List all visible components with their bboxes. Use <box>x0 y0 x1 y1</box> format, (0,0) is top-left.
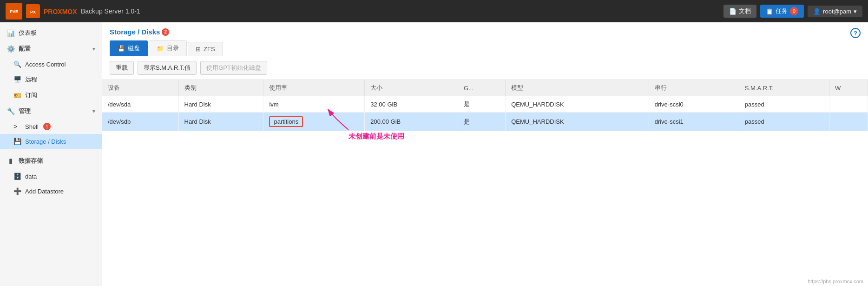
cell-w <box>829 96 868 113</box>
tabs: 💾 磁盘 📁 目录 ⊞ ZFS <box>110 40 861 56</box>
data-storage-icon: ▮ <box>7 157 15 165</box>
main-layout: 📊 仪表板 ⚙️ 配置 ▾ 🔍 Access Control 🖥️ 远程 🎫 订… <box>0 22 868 286</box>
access-control-icon: 🔍 <box>13 60 21 68</box>
app-title: Backup Server 1.0-1 <box>81 7 140 15</box>
annotation-text: 未创建前是未使用 <box>349 132 404 141</box>
tab-disks[interactable]: 💾 磁盘 <box>110 40 148 56</box>
tab-zfs-label: ZFS <box>204 46 215 53</box>
zfs-tab-icon: ⊞ <box>196 46 201 53</box>
dir-tab-icon: 📁 <box>157 45 164 52</box>
sidebar-label-config: 配置 <box>19 45 31 53</box>
tab-zfs[interactable]: ⊞ ZFS <box>188 42 223 56</box>
cell-usage: partitions <box>263 113 365 131</box>
sidebar-label-manage: 管理 <box>19 107 31 115</box>
cell-g: 是 <box>458 113 505 131</box>
tab-directory[interactable]: 📁 目录 <box>149 40 187 56</box>
cell-g: 是 <box>458 96 505 113</box>
cell-type: Hard Disk <box>178 113 263 131</box>
sidebar-divider <box>5 151 97 151</box>
content-area: Storage / Disks 2 💾 磁盘 📁 目录 ⊞ ZFS ? <box>102 22 868 286</box>
disk-tab-icon: 💾 <box>118 45 125 52</box>
sidebar-label-remote: 远程 <box>25 75 37 84</box>
doc-icon: 📄 <box>729 8 736 15</box>
sidebar-label-storage-disks: Storage / Disks <box>25 138 66 145</box>
user-icon: 👤 <box>813 8 821 15</box>
col-usage: 使用率 <box>263 80 365 96</box>
header-actions: 📄 文档 📋 任务 0 👤 root@pam ▾ <box>723 5 862 18</box>
sidebar-item-dashboard[interactable]: 📊 仪表板 <box>0 25 102 41</box>
gpt-button[interactable]: 使用GPT初始化磁盘 <box>200 61 267 75</box>
cell-device: /dev/sda <box>102 96 178 113</box>
cell-smart: passed <box>739 113 829 131</box>
col-serial: 串行 <box>649 80 739 96</box>
cell-device: /dev/sdb <box>102 113 178 131</box>
col-smart: S.M.A.R.T. <box>739 80 829 96</box>
sidebar-item-storage-disks[interactable]: 💾 Storage / Disks <box>0 134 102 149</box>
table-row[interactable]: /dev/sda Hard Disk lvm 32.00 GiB 是 QEMU_… <box>102 96 868 113</box>
proxmox-wordmark-icon: PX PROXMOX <box>26 4 77 18</box>
col-w: W <box>829 80 868 96</box>
table-header-row: 设备 类别 使用率 大小 G... 模型 串行 S.M.A.R.T. W <box>102 80 868 96</box>
chevron-down-icon-manage: ▾ <box>92 108 95 114</box>
data-icon: 🗄️ <box>13 173 21 180</box>
col-g: G... <box>458 80 505 96</box>
sidebar-item-config[interactable]: ⚙️ 配置 ▾ <box>0 41 102 57</box>
sidebar-label-dashboard: 仪表板 <box>19 29 37 37</box>
sidebar-label-add-datastore: Add Datastore <box>25 188 64 195</box>
sidebar-item-manage[interactable]: 🔧 管理 ▾ <box>0 103 102 119</box>
smart-button-label: 显示S.M.A.R.T.值 <box>144 64 191 71</box>
col-type: 类别 <box>178 80 263 96</box>
subscription-icon: 🎫 <box>13 92 21 99</box>
task-icon: 📋 <box>766 8 773 15</box>
cell-serial: drive-scsi1 <box>649 113 739 131</box>
proxmox-logo-icon: PVE <box>6 3 22 20</box>
manage-icon: 🔧 <box>7 107 15 115</box>
help-icon[interactable]: ? <box>850 28 861 38</box>
col-model: 模型 <box>506 80 649 96</box>
task-badge: 0 <box>790 7 798 15</box>
sidebar-label-shell: Shell <box>25 123 39 130</box>
breadcrumb-badge: 2 <box>162 28 169 36</box>
smart-button[interactable]: 显示S.M.A.R.T.值 <box>138 61 197 75</box>
cell-serial: drive-scsi0 <box>649 96 739 113</box>
cell-usage: lvm <box>263 96 365 113</box>
cell-smart: passed <box>739 96 829 113</box>
user-button[interactable]: 👤 root@pam ▾ <box>808 6 862 17</box>
storage-disks-icon: 💾 <box>13 138 21 145</box>
sidebar-item-shell[interactable]: >_ Shell 1 <box>0 119 102 134</box>
table-container: 设备 类别 使用率 大小 G... 模型 串行 S.M.A.R.T. W /de… <box>102 80 868 286</box>
partitions-badge: partitions <box>269 116 303 127</box>
sidebar-item-add-datastore[interactable]: ➕ Add Datastore <box>0 184 102 199</box>
sidebar-item-data-storage: ▮ 数据存储 <box>0 153 102 169</box>
gpt-button-label: 使用GPT初始化磁盘 <box>206 64 261 71</box>
chevron-down-icon: ▾ <box>854 8 857 15</box>
breadcrumb-text: Storage / Disks <box>110 28 160 36</box>
reload-button-label: 重载 <box>116 64 128 71</box>
tab-directory-label: 目录 <box>167 44 179 53</box>
cell-w <box>829 113 868 131</box>
logo: PVE PX PROXMOX <box>6 3 77 20</box>
col-size: 大小 <box>365 80 458 96</box>
chevron-down-icon: ▾ <box>92 46 95 52</box>
sidebar-label-data: data <box>25 173 37 180</box>
question-mark-icon: ? <box>854 30 857 37</box>
tab-disks-label: 磁盘 <box>128 44 140 53</box>
svg-text:PX: PX <box>30 10 36 14</box>
sidebar-item-access-control[interactable]: 🔍 Access Control <box>0 57 102 72</box>
sidebar-item-remote[interactable]: 🖥️ 远程 <box>0 72 102 87</box>
svg-text:PROXMOX: PROXMOX <box>44 8 77 15</box>
reload-button[interactable]: 重载 <box>110 61 134 75</box>
sidebar-item-data[interactable]: 🗄️ data <box>0 169 102 184</box>
svg-text:PVE: PVE <box>10 9 18 14</box>
add-icon: ➕ <box>13 187 21 195</box>
cell-size: 32.00 GiB <box>365 96 458 113</box>
sidebar-label-access-control: Access Control <box>25 61 66 68</box>
shell-icon: >_ <box>13 123 21 130</box>
disks-table: 设备 类别 使用率 大小 G... 模型 串行 S.M.A.R.T. W /de… <box>102 80 868 131</box>
table-row[interactable]: /dev/sdb Hard Disk partitions 200.00 GiB… <box>102 113 868 131</box>
docs-button[interactable]: 📄 文档 <box>723 5 756 18</box>
dashboard-icon: 📊 <box>7 29 15 37</box>
task-button[interactable]: 📋 任务 0 <box>760 5 804 18</box>
toolbar: 重载 显示S.M.A.R.T.值 使用GPT初始化磁盘 <box>102 56 868 80</box>
sidebar-item-subscription[interactable]: 🎫 订阅 <box>0 87 102 103</box>
